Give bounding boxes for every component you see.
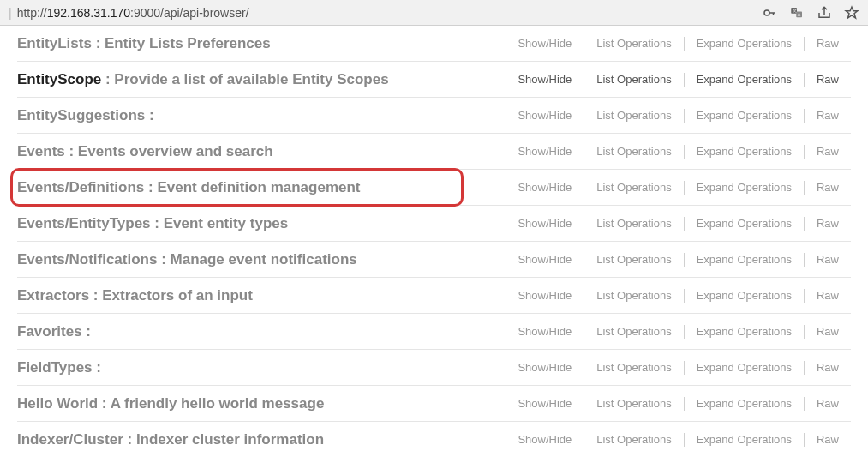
api-actions: Show/HideList OperationsExpand Operation… <box>506 217 851 231</box>
api-separator: : <box>157 251 170 268</box>
raw-link[interactable]: Raw <box>805 145 851 158</box>
raw-link[interactable]: Raw <box>805 217 851 230</box>
raw-link[interactable]: Raw <box>805 253 851 266</box>
api-row: FieldTypes : Show/HideList OperationsExp… <box>17 350 851 386</box>
api-description: Event definition management <box>157 179 360 195</box>
expand-operations-link[interactable]: Expand Operations <box>685 253 804 266</box>
api-name: EntityLists <box>17 35 92 51</box>
list-operations-link[interactable]: List Operations <box>584 253 683 266</box>
star-icon[interactable] <box>844 5 859 21</box>
raw-link[interactable]: Raw <box>805 37 851 50</box>
api-title[interactable]: Favorites : <box>17 323 506 340</box>
raw-link[interactable]: Raw <box>805 325 851 338</box>
show-hide-link[interactable]: Show/Hide <box>506 181 584 194</box>
api-title[interactable]: EntityLists : Entity Lists Preferences <box>17 35 506 52</box>
api-actions: Show/HideList OperationsExpand Operation… <box>506 325 851 339</box>
raw-link[interactable]: Raw <box>805 181 851 194</box>
expand-operations-link[interactable]: Expand Operations <box>685 433 804 446</box>
api-row: EntityLists : Entity Lists PreferencesSh… <box>17 26 851 62</box>
show-hide-link[interactable]: Show/Hide <box>506 73 584 86</box>
raw-link[interactable]: Raw <box>805 73 851 86</box>
api-separator: : <box>89 287 102 304</box>
raw-link[interactable]: Raw <box>805 109 851 122</box>
api-list: EntityLists : Entity Lists PreferencesSh… <box>0 26 868 457</box>
api-title[interactable]: EntitySuggestions : <box>17 107 506 124</box>
key-icon[interactable] <box>762 5 777 21</box>
api-actions: Show/HideList OperationsExpand Operation… <box>506 253 851 267</box>
url-text[interactable]: http://192.168.31.170:9000/api/api-brows… <box>17 6 762 20</box>
list-operations-link[interactable]: List Operations <box>584 37 683 50</box>
api-description: Provide a list of available Entity Scope… <box>114 71 388 87</box>
api-separator: : <box>123 431 136 448</box>
show-hide-link[interactable]: Show/Hide <box>506 325 584 338</box>
api-title[interactable]: FieldTypes : <box>17 359 506 376</box>
api-description: Entity Lists Preferences <box>105 35 271 51</box>
api-name: Events/Notifications <box>17 251 157 268</box>
show-hide-link[interactable]: Show/Hide <box>506 397 584 410</box>
api-row: EntityScope : Provide a list of availabl… <box>17 62 851 98</box>
svg-text:文: 文 <box>793 8 797 13</box>
api-title[interactable]: Hello World : A friendly hello world mes… <box>17 395 506 412</box>
list-operations-link[interactable]: List Operations <box>584 145 683 158</box>
show-hide-link[interactable]: Show/Hide <box>506 217 584 230</box>
list-operations-link[interactable]: List Operations <box>584 73 683 86</box>
list-operations-link[interactable]: List Operations <box>584 109 683 122</box>
list-operations-link[interactable]: List Operations <box>584 181 683 194</box>
raw-link[interactable]: Raw <box>805 289 851 302</box>
raw-link[interactable]: Raw <box>805 433 851 446</box>
expand-operations-link[interactable]: Expand Operations <box>685 217 804 230</box>
api-name: EntitySuggestions <box>17 107 145 123</box>
api-actions: Show/HideList OperationsExpand Operation… <box>506 361 851 375</box>
expand-operations-link[interactable]: Expand Operations <box>685 145 804 158</box>
list-operations-link[interactable]: List Operations <box>584 433 683 446</box>
api-name: Events <box>17 143 65 159</box>
api-row: Hello World : A friendly hello world mes… <box>17 386 851 422</box>
api-actions: Show/HideList OperationsExpand Operation… <box>506 289 851 303</box>
list-operations-link[interactable]: List Operations <box>584 217 683 230</box>
api-separator: : <box>93 359 101 376</box>
expand-operations-link[interactable]: Expand Operations <box>685 397 804 410</box>
expand-operations-link[interactable]: Expand Operations <box>685 109 804 122</box>
show-hide-link[interactable]: Show/Hide <box>506 433 584 446</box>
expand-operations-link[interactable]: Expand Operations <box>685 361 804 374</box>
api-title[interactable]: Events/Definitions : Event definition ma… <box>17 179 506 196</box>
show-hide-link[interactable]: Show/Hide <box>506 253 584 266</box>
api-title[interactable]: Indexer/Cluster : Indexer cluster inform… <box>17 431 506 448</box>
api-title[interactable]: Extractors : Extractors of an input <box>17 287 506 304</box>
expand-operations-link[interactable]: Expand Operations <box>685 325 804 338</box>
api-description: Events overview and search <box>78 143 273 159</box>
list-operations-link[interactable]: List Operations <box>584 325 683 338</box>
expand-operations-link[interactable]: Expand Operations <box>685 37 804 50</box>
browser-address-bar: | http://192.168.31.170:9000/api/api-bro… <box>0 0 868 26</box>
expand-operations-link[interactable]: Expand Operations <box>685 73 804 86</box>
api-separator: : <box>101 71 114 87</box>
list-operations-link[interactable]: List Operations <box>584 289 683 302</box>
api-title[interactable]: EntityScope : Provide a list of availabl… <box>17 71 506 88</box>
show-hide-link[interactable]: Show/Hide <box>506 37 584 50</box>
api-title[interactable]: Events/EntityTypes : Event entity types <box>17 215 506 232</box>
show-hide-link[interactable]: Show/Hide <box>506 145 584 158</box>
svg-point-0 <box>764 10 769 15</box>
api-description: Event entity types <box>164 215 289 232</box>
expand-operations-link[interactable]: Expand Operations <box>685 289 804 302</box>
show-hide-link[interactable]: Show/Hide <box>506 361 584 374</box>
api-name: Events/EntityTypes <box>17 215 151 232</box>
translate-icon[interactable]: 文 A <box>789 5 805 21</box>
api-title[interactable]: Events/Notifications : Manage event noti… <box>17 251 506 268</box>
api-separator: : <box>144 179 157 195</box>
api-separator: : <box>82 323 91 340</box>
api-row: Events/Notifications : Manage event noti… <box>17 242 851 278</box>
list-operations-link[interactable]: List Operations <box>584 397 683 410</box>
api-title[interactable]: Events : Events overview and search <box>17 143 506 160</box>
expand-operations-link[interactable]: Expand Operations <box>685 181 804 194</box>
api-actions: Show/HideList OperationsExpand Operation… <box>506 433 851 447</box>
list-operations-link[interactable]: List Operations <box>584 361 683 374</box>
raw-link[interactable]: Raw <box>805 361 851 374</box>
api-description: A friendly hello world message <box>111 395 325 412</box>
show-hide-link[interactable]: Show/Hide <box>506 289 584 302</box>
api-separator: : <box>98 395 110 412</box>
raw-link[interactable]: Raw <box>805 397 851 410</box>
share-icon[interactable] <box>817 5 832 21</box>
show-hide-link[interactable]: Show/Hide <box>506 109 584 122</box>
api-name: Indexer/Cluster <box>17 431 123 448</box>
